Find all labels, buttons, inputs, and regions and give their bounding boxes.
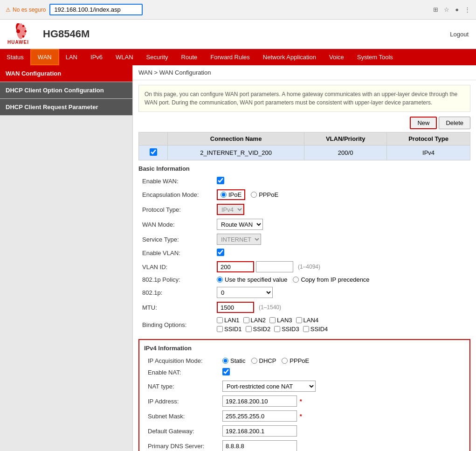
ssid3-option: SSID3 (274, 326, 299, 333)
protocol-type-row: Protocol Type: IPv4 (138, 202, 470, 217)
nav-voice[interactable]: Voice (323, 49, 351, 65)
binding-row: Binding Options: LAN1 (138, 315, 470, 334)
new-button[interactable]: New (410, 117, 437, 129)
nat-type-select[interactable]: Port-restricted cone NAT (222, 381, 316, 392)
nav-security[interactable]: Security (140, 49, 175, 65)
url-bar[interactable] (49, 4, 143, 15)
ssid4-checkbox[interactable] (303, 326, 309, 332)
browser-icons: ⊞ ☆ ● ⋮ (433, 6, 470, 13)
nav-wlan[interactable]: WLAN (109, 49, 140, 65)
subnet-mask-input[interactable] (222, 410, 297, 422)
nav-network-application[interactable]: Network Application (256, 49, 323, 65)
ip-address-input[interactable] (222, 395, 297, 407)
vlan-id-label: VLAN ID: (138, 259, 213, 274)
nav-status[interactable]: Status (0, 49, 30, 65)
ssid2-checkbox[interactable] (246, 326, 252, 332)
table-row[interactable]: 2_INTERNET_R_VID_200 200/0 IPv4 (139, 146, 470, 160)
huawei-logo: HUAWEI (7, 23, 29, 45)
nav-forward-rules[interactable]: Forward Rules (204, 49, 256, 65)
wan-mode-row: WAN Mode: Route WAN (138, 217, 470, 232)
policy-specified-label: Use the specified value (225, 276, 287, 283)
ssid3-label: SSID3 (282, 326, 299, 333)
policy-specified-radio[interactable] (217, 277, 223, 283)
dhcp-option: DHCP (251, 357, 276, 364)
sidebar-item-dhcp-option[interactable]: DHCP Client Option Configuration (0, 82, 132, 99)
logout-button[interactable]: Logout (450, 31, 469, 38)
policy-row: 802.1p Policy: Use the specified value (138, 274, 470, 285)
8021p-select[interactable]: 0 (217, 287, 273, 298)
enable-nat-label: Enable NAT: (144, 366, 219, 379)
ipoe-radio[interactable] (221, 192, 227, 198)
vlan-id-input2[interactable] (256, 261, 293, 272)
pppoe-radio-acq[interactable] (282, 358, 288, 364)
dns1-input[interactable] (222, 440, 297, 451)
mtu-input[interactable] (217, 302, 254, 313)
ipoe-option: IPoE (217, 189, 245, 200)
default-gateway-input[interactable] (222, 425, 297, 437)
vlan-id-row: VLAN ID: (1–4094) (138, 259, 470, 274)
protocol-type-cell: IPv4 (213, 202, 470, 217)
sidebar-item-wan-config[interactable]: WAN Configuration (0, 65, 132, 82)
ipv4-form: IP Acquisition Mode: Static D (144, 355, 465, 451)
nav-lan[interactable]: LAN (59, 49, 84, 65)
profile-icon: ● (455, 6, 459, 13)
enable-nat-checkbox[interactable] (222, 368, 230, 375)
policy-copy-label: Copy from IP precedence (301, 276, 369, 283)
ipv4-title: IPv4 Information (144, 345, 465, 352)
row-connection-name: 2_INTERNET_R_VID_200 (168, 146, 304, 160)
ssid1-checkbox[interactable] (217, 326, 223, 332)
nat-type-cell: Port-restricted cone NAT (219, 379, 465, 394)
row-protocol-type: IPv4 (387, 146, 470, 160)
huawei-label: HUAWEI (7, 40, 29, 45)
brand-name: HG8546M (43, 28, 90, 40)
row-checkbox[interactable] (150, 148, 157, 156)
ssid3-checkbox[interactable] (274, 326, 280, 332)
ip-acquisition-cell: Static DHCP PPPoE (219, 355, 465, 366)
binding-cell: LAN1 LAN2 LAN3 (213, 315, 470, 334)
policy-copy-radio[interactable] (293, 277, 299, 283)
delete-button[interactable]: Delete (439, 117, 470, 129)
subnet-mask-row: Subnet Mask: * (144, 409, 465, 423)
lan4-checkbox[interactable] (296, 317, 302, 323)
vlan-id-input[interactable] (217, 261, 254, 272)
lan1-checkbox[interactable] (217, 317, 223, 323)
encapsulation-cell: IPoE PPPoE (213, 187, 470, 202)
nat-type-row: NAT type: Port-restricted cone NAT (144, 379, 465, 394)
static-label: Static (230, 357, 246, 364)
enable-nat-row: Enable NAT: (144, 366, 465, 379)
static-radio[interactable] (222, 358, 228, 364)
sidebar-item-dhcp-request[interactable]: DHCP Client Request Parameter (0, 99, 132, 116)
nav-system-tools[interactable]: System Tools (351, 49, 400, 65)
nav-ipv6[interactable]: IPv6 (84, 49, 109, 65)
lan3-label: LAN3 (277, 317, 292, 324)
service-type-select[interactable]: INTERNET (217, 234, 261, 245)
pppoe-radio[interactable] (251, 192, 257, 198)
header: HUAWEI HG8546M Logout (0, 20, 476, 49)
breadcrumb: WAN > WAN Configuration (133, 65, 476, 80)
ssid2-option: SSID2 (246, 326, 271, 333)
page: HUAWEI HG8546M Logout Status WAN LAN IPv… (0, 20, 476, 451)
col-protocol-type: Protocol Type (387, 132, 470, 146)
lan3-option: LAN3 (269, 317, 292, 324)
row-vlan-priority: 200/0 (304, 146, 387, 160)
enable-wan-checkbox[interactable] (217, 177, 224, 184)
protocol-type-select[interactable]: IPv4 (217, 204, 244, 215)
wan-mode-select[interactable]: Route WAN (217, 219, 263, 230)
vlan-id-cell: (1–4094) (213, 259, 470, 274)
subnet-mask-label: Subnet Mask: (144, 409, 219, 423)
service-type-row: Service Type: INTERNET (138, 232, 470, 247)
dhcp-radio[interactable] (251, 358, 257, 364)
enable-vlan-checkbox[interactable] (217, 249, 224, 256)
lan2-checkbox[interactable] (243, 317, 249, 323)
extensions-icon: ⊞ (433, 6, 438, 13)
nav-wan[interactable]: WAN (30, 49, 59, 65)
lan3-checkbox[interactable] (269, 317, 276, 323)
mtu-cell: (1–1540) (213, 300, 470, 315)
mtu-hint: (1–1540) (259, 304, 281, 311)
row-checkbox-cell[interactable] (139, 146, 168, 160)
security-warning: ⚠ No es seguro (6, 7, 46, 13)
basic-info-section: Basic Information Enable WAN: Encapsulat… (138, 165, 470, 334)
encapsulation-radio-group: IPoE PPPoE (217, 189, 467, 200)
policy-radio-group: Use the specified value Copy from IP pre… (217, 276, 467, 283)
nav-route[interactable]: Route (175, 49, 204, 65)
